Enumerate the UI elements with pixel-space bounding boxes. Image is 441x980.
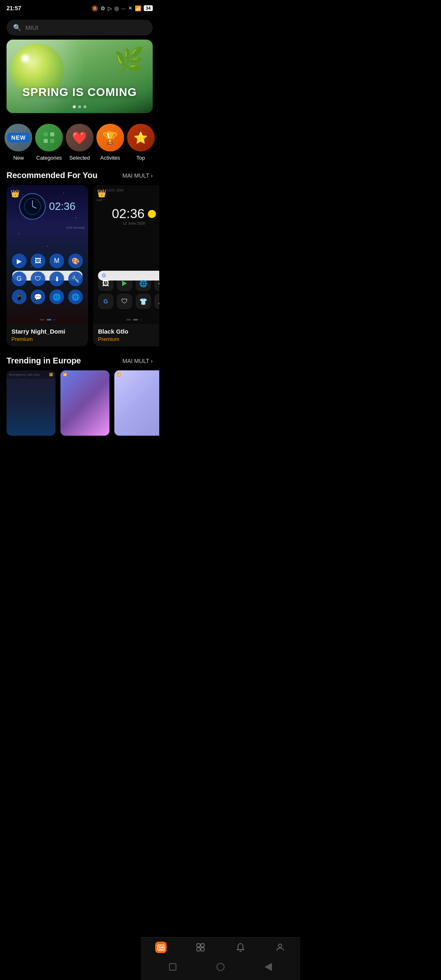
black-row-2: G 🛡 👕 🧹 xyxy=(96,294,159,309)
black-time-display: 02:36 12 June 2020 xyxy=(93,203,159,229)
black-cleaner: 🧹 xyxy=(154,294,159,309)
starry-date: 4/26 Monday xyxy=(66,226,85,229)
trending-title: Trending in Europe xyxy=(7,356,81,365)
status-time: 21:57 xyxy=(7,5,21,11)
black-playstore xyxy=(117,276,132,291)
app3-icon: 🌐 xyxy=(49,290,64,304)
trending-card-3-statusbar: 📶 xyxy=(114,370,159,379)
search-input[interactable] xyxy=(25,24,146,31)
trending-card-3[interactable]: 📶 xyxy=(114,370,159,436)
category-new[interactable]: NEW New xyxy=(4,124,32,161)
search-bar[interactable]: 🔍 xyxy=(7,20,153,36)
status-icons: 🔕 ⚙ ▷ ◎ ··· ✕ 📶 34 xyxy=(91,5,153,11)
black-themes: 👕 xyxy=(136,294,151,309)
banner[interactable]: 🌿 SPRING IS COMING xyxy=(7,40,153,113)
svg-rect-2 xyxy=(44,139,48,143)
theme-card-black[interactable]: 👑 EAT FUCK JDM ▷ AM 02:36 12 June 2020 xyxy=(93,185,159,346)
banner-dot-1 xyxy=(73,105,76,108)
starry-clock-area: 02:36 xyxy=(19,193,76,220)
new-icon: NEW xyxy=(4,124,32,151)
play-store-icon: ▶ xyxy=(12,254,27,268)
activities-label: Activites xyxy=(100,155,120,161)
category-top[interactable]: ⭐ Top xyxy=(127,124,155,161)
starry-theme-tier: Premium xyxy=(11,336,83,342)
black-getapps: 📲 xyxy=(154,276,159,291)
category-categories[interactable]: Categories xyxy=(35,124,63,161)
page-dot-2 xyxy=(47,319,51,321)
signal3: 📶 xyxy=(117,373,121,376)
selected-icon: ❤️ xyxy=(66,124,94,151)
yellow-dot xyxy=(148,210,156,218)
status-bar: 21:57 🔕 ⚙ ▷ ◎ ··· ✕ 📶 34 xyxy=(0,0,159,16)
am-text: AM xyxy=(96,198,102,202)
mute-icon: 🔕 xyxy=(91,5,98,11)
black-crown-icon: 👑 xyxy=(97,189,106,198)
category-selected[interactable]: ❤️ Selected xyxy=(66,124,94,161)
gallery-icon: 🖼 xyxy=(31,254,45,268)
wifi-icon: 📶 xyxy=(135,5,141,11)
trending-card-1[interactable]: Emergency calls only 📶 xyxy=(7,370,56,436)
nav-home[interactable] xyxy=(141,942,159,953)
starry-theme-info: Starry Night_Domi Premium xyxy=(7,324,88,346)
black-theme-name: Black Gtlo xyxy=(98,328,159,335)
svg-rect-0 xyxy=(44,132,48,136)
svg-line-6 xyxy=(32,207,36,209)
black-theme-info: Black Gtlo Premium xyxy=(93,324,159,346)
emergency-text: Emergency calls only xyxy=(9,373,40,376)
home-svg xyxy=(157,943,159,951)
starry-theme-name: Starry Night_Domi xyxy=(11,328,83,335)
trending-card-2[interactable]: 📶 xyxy=(60,370,109,436)
black-gallery: 🖼 xyxy=(98,276,114,291)
more-icon: ··· xyxy=(121,5,126,11)
black-date: 12 June 2020 xyxy=(93,221,159,225)
black-page-dots xyxy=(126,319,142,321)
settings-icon: ⚙ xyxy=(100,5,105,11)
black-google: G xyxy=(98,294,114,309)
tools-icon: 🔧 xyxy=(68,272,83,286)
top-label: Top xyxy=(136,155,145,161)
new-badge-text: NEW xyxy=(7,133,30,143)
app2-icon: 💬 xyxy=(31,290,45,304)
play-icon xyxy=(121,280,128,287)
media-icon: ▷ xyxy=(108,5,112,11)
black-dot-3 xyxy=(140,319,142,321)
black-row-1: 🖼 🌐 📲 xyxy=(96,276,159,291)
svg-rect-13 xyxy=(159,947,159,948)
starry-app-row-2: G 🛡 ⬇ 🔧 xyxy=(10,272,85,286)
user-icon: ◎ xyxy=(114,5,119,11)
black-app-grid: 🖼 🌐 📲 G 🛡 👕 🧹 xyxy=(93,276,159,312)
starry-app-row-1: ▶ 🖼 M 🎨 xyxy=(10,254,85,268)
crown-icon: 👑 xyxy=(11,189,20,198)
digital-time-starry: 02:36 xyxy=(49,200,76,213)
selected-label: Selected xyxy=(69,155,90,161)
page-dot-3 xyxy=(53,319,55,321)
black-theme-preview: 👑 EAT FUCK JDM ▷ AM 02:36 12 June 2020 xyxy=(93,185,159,324)
new-label: New xyxy=(13,155,24,161)
banner-pagination xyxy=(73,105,87,108)
starry-app-grid: ▶ 🖼 M 🎨 G 🛡 ⬇ 🔧 📱 💬 🌐 xyxy=(7,254,88,307)
app1-icon: 📱 xyxy=(12,290,27,304)
bottom-navigation xyxy=(141,937,159,980)
black-browser: 🌐 xyxy=(136,276,151,291)
starry-theme-preview: 👑 02:36 4/26 Monday G xyxy=(7,185,88,324)
black-security: 🛡 xyxy=(117,294,132,309)
recommended-header: Recommended For You MAI MULT › xyxy=(0,167,159,185)
mi-icon: M xyxy=(49,254,64,268)
theme-card-starry[interactable]: 👑 02:36 4/26 Monday G xyxy=(7,185,88,346)
svg-rect-1 xyxy=(50,132,54,136)
banner-text: SPRING IS COMING xyxy=(22,86,137,99)
close-icon: ✕ xyxy=(128,5,132,11)
recommended-see-more[interactable]: MAI MULT › xyxy=(122,172,153,179)
signal-icons: 📶 xyxy=(49,373,53,376)
trending-see-more[interactable]: MAI MULT › xyxy=(122,358,153,364)
banner-dot-2 xyxy=(78,105,81,108)
grid-icon xyxy=(42,131,56,145)
black-digital-time: 02:36 xyxy=(93,206,159,221)
analog-clock xyxy=(19,193,46,220)
category-activities[interactable]: 🏆 Activites xyxy=(96,124,124,161)
trending-cards-list: Emergency calls only 📶 📶 📶 xyxy=(0,370,159,436)
recommended-themes-list: 👑 02:36 4/26 Monday G xyxy=(0,185,159,353)
categories-label: Categories xyxy=(36,155,62,161)
banner-mint-leaves: 🌿 xyxy=(114,46,145,75)
page-content: 🔍 🌿 SPRING IS COMING NEW New xyxy=(0,20,159,493)
